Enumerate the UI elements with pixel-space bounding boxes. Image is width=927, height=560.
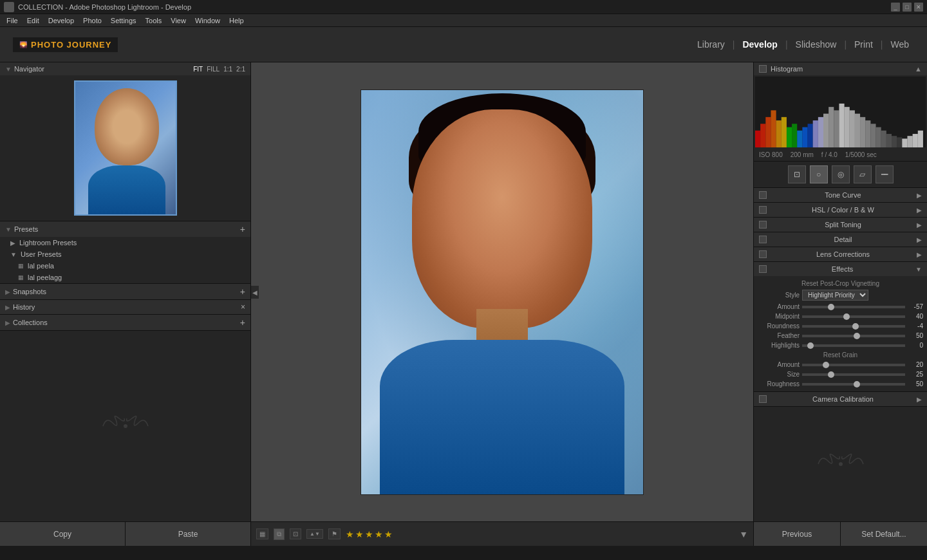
preset-user-group[interactable]: ▼ User Presets	[0, 248, 250, 260]
effects-section: Effects ▼ Reset Post-Crop Vignetting Sty…	[754, 262, 927, 392]
midpoint-label: Midpoint	[758, 313, 800, 320]
split-toning-toggle[interactable]	[759, 221, 767, 229]
grain-size-slider[interactable]	[802, 373, 905, 376]
effects-toggle[interactable]	[759, 265, 767, 273]
copy-button[interactable]: Copy	[0, 522, 126, 546]
nav-web[interactable]: Web	[885, 38, 914, 51]
hsl-title: HSL / Color / B & W	[769, 206, 917, 214]
svg-rect-8	[792, 124, 797, 147]
grain-size-thumb[interactable]	[828, 371, 834, 378]
presets-header[interactable]: ▼ Presets +	[0, 221, 250, 237]
highlights-slider[interactable]	[802, 344, 905, 347]
loupe-view-button[interactable]: ⧉	[274, 528, 285, 540]
presets-add-button[interactable]: +	[240, 224, 245, 234]
histogram-toggle[interactable]	[759, 65, 767, 73]
collections-header[interactable]: ▶ Collections +	[0, 315, 250, 330]
navigator-fit[interactable]: FIT	[193, 66, 203, 73]
grain-size-label: Size	[758, 371, 800, 378]
feather-thumb[interactable]	[854, 333, 860, 339]
grid-view-button[interactable]: ▦	[256, 528, 268, 539]
detail-header[interactable]: Detail ▶	[754, 232, 927, 247]
history-panel: ▶ History ×	[0, 300, 250, 315]
graduated-filter-tool[interactable]: ▱	[854, 165, 872, 183]
grain-amount-thumb[interactable]	[823, 362, 829, 368]
lens-corrections-toggle[interactable]	[759, 250, 767, 258]
star-rating[interactable]: ★★★★★	[346, 529, 394, 539]
tone-curve-header[interactable]: Tone Curve ▶	[754, 188, 927, 202]
nav-library[interactable]: Library	[692, 38, 730, 51]
detail-toggle[interactable]	[759, 236, 767, 243]
histogram-arrow-icon[interactable]: ▲	[915, 65, 922, 73]
camera-calibration-toggle[interactable]	[759, 395, 767, 403]
nav-slideshow[interactable]: Slideshow	[791, 38, 842, 51]
crop-tool[interactable]: ⊡	[788, 165, 806, 183]
collections-add-button[interactable]: +	[240, 317, 245, 328]
menu-help[interactable]: Help	[225, 17, 248, 24]
paste-button[interactable]: Paste	[126, 522, 250, 546]
nav-develop[interactable]: Develop	[737, 38, 782, 51]
roundness-slider[interactable]	[802, 325, 905, 328]
hsl-toggle[interactable]	[759, 206, 767, 214]
maximize-button[interactable]: □	[903, 3, 912, 12]
left-panel-toggle[interactable]: ◀	[251, 286, 259, 299]
menu-window[interactable]: Window	[191, 17, 224, 24]
spot-removal-tool[interactable]: ○	[810, 165, 828, 183]
left-panel: ▼ Navigator FIT FILL 1:1 2:1 ▼ Presets	[0, 62, 251, 546]
midpoint-thumb[interactable]	[843, 313, 850, 320]
close-button[interactable]: ✕	[914, 3, 923, 12]
snapshots-add-button[interactable]: +	[240, 286, 245, 297]
menu-edit[interactable]: Edit	[23, 17, 43, 24]
tone-curve-toggle[interactable]	[759, 191, 767, 199]
menu-photo[interactable]: Photo	[79, 17, 106, 24]
left-decoration	[0, 331, 250, 521]
previous-button[interactable]: Previous	[754, 522, 841, 546]
flagging-button[interactable]: ⚑	[328, 528, 341, 539]
filmstrip-expand-icon[interactable]: ▼	[739, 529, 748, 539]
menu-settings[interactable]: Settings	[107, 17, 140, 24]
menu-file[interactable]: File	[3, 17, 22, 24]
left-collapse-icon: ◀	[252, 289, 258, 296]
redeye-tool[interactable]: ◎	[832, 165, 850, 183]
effects-content: Reset Post-Crop Vignetting Style Highlig…	[754, 276, 927, 391]
highlights-row: Highlights 0	[754, 341, 927, 350]
grain-roughness-thumb[interactable]	[854, 381, 860, 387]
nav-print[interactable]: Print	[849, 38, 878, 51]
grain-roughness-label: Roughness	[758, 380, 800, 387]
navigator-controls: FIT FILL 1:1 2:1	[193, 66, 245, 73]
lens-corrections-header[interactable]: Lens Corrections ▶	[754, 247, 927, 261]
menu-tools[interactable]: Tools	[142, 17, 166, 24]
navigator-2-1[interactable]: 2:1	[236, 66, 245, 73]
adjustment-brush-tool[interactable]: ━━	[876, 165, 894, 183]
style-select[interactable]: Highlight Priority Color Priority Paint …	[802, 290, 868, 301]
preset-lightroom-group[interactable]: ▶ Lightroom Presets	[0, 237, 250, 248]
compare-view-button[interactable]: ⊡	[290, 528, 301, 539]
snapshots-header[interactable]: ▶ Snapshots +	[0, 284, 250, 299]
logo-text: PHOTO JOURNEY	[31, 40, 111, 50]
split-toning-arrow-icon: ▶	[917, 221, 922, 229]
amount-thumb[interactable]	[828, 304, 834, 310]
midpoint-slider[interactable]	[802, 315, 905, 318]
effects-header[interactable]: Effects ▼	[754, 262, 927, 276]
history-header[interactable]: ▶ History ×	[0, 300, 250, 314]
survey-view-button[interactable]: ▲▼	[306, 529, 323, 539]
preset-lal-peelagg[interactable]: ▦ lal peelagg	[0, 272, 250, 283]
grain-roughness-slider[interactable]	[802, 383, 905, 386]
navigator-header[interactable]: ▼ Navigator FIT FILL 1:1 2:1	[0, 62, 250, 75]
amount-slider[interactable]	[802, 306, 905, 308]
history-close-button[interactable]: ×	[241, 303, 245, 312]
preset-lal-peela[interactable]: ▦ lal peela	[0, 260, 250, 272]
grain-amount-slider[interactable]	[802, 364, 905, 366]
roundness-thumb[interactable]	[852, 323, 859, 330]
navigator-1-1[interactable]: 1:1	[223, 66, 232, 73]
navigator-fill[interactable]: FILL	[207, 66, 220, 73]
hsl-header[interactable]: HSL / Color / B & W ▶	[754, 203, 927, 217]
highlights-thumb[interactable]	[807, 342, 814, 349]
menu-view[interactable]: View	[167, 17, 190, 24]
set-default-button[interactable]: Set Default...	[841, 522, 927, 546]
feather-slider[interactable]	[802, 335, 905, 337]
camera-calibration-header[interactable]: Camera Calibration ▶	[754, 392, 927, 406]
histogram-aperture: f / 4.0	[821, 151, 838, 158]
menu-develop[interactable]: Develop	[44, 17, 78, 24]
split-toning-header[interactable]: Split Toning ▶	[754, 218, 927, 232]
minimize-button[interactable]: _	[891, 3, 900, 12]
